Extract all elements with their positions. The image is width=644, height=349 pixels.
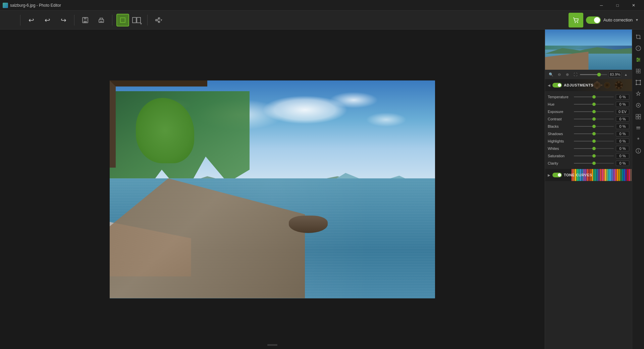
adjustments-section-header[interactable]: ◀ ADJUSTMENTS <box>545 79 632 91</box>
bottom-handle[interactable] <box>267 344 277 346</box>
share-button[interactable]: ▼ <box>152 13 165 27</box>
right-panel: 🔍 ⊖ ⊕ ⛶ 83.9% ▲ <box>545 30 632 349</box>
whites-label: Whites <box>548 147 572 151</box>
photo-canvas[interactable] <box>110 80 435 298</box>
svg-rect-58 <box>620 169 622 181</box>
saturation-label: Saturation <box>548 154 572 158</box>
blacks-value[interactable]: 0 % <box>616 124 629 129</box>
svg-rect-59 <box>622 169 623 181</box>
hue-value[interactable]: 0 % <box>616 102 629 107</box>
zoom-out-button[interactable]: ⊖ <box>556 71 562 78</box>
blacks-label: Blacks <box>548 124 572 128</box>
svg-rect-44 <box>597 169 598 181</box>
highlights-value[interactable]: 0 % <box>616 138 629 144</box>
hue-slider[interactable] <box>574 102 614 107</box>
ai-tool-button[interactable] <box>634 135 643 144</box>
tone-curves-title: TONE CURVES <box>564 173 592 177</box>
minimize-button[interactable]: ─ <box>594 0 609 11</box>
print-button[interactable] <box>95 13 108 27</box>
svg-rect-6 <box>132 17 136 23</box>
maximize-button[interactable]: □ <box>610 0 625 11</box>
temperature-slider[interactable] <box>574 95 614 99</box>
svg-point-91 <box>638 150 639 150</box>
svg-point-11 <box>575 22 576 23</box>
svg-rect-43 <box>595 169 596 181</box>
separator-4 <box>147 15 148 25</box>
adjust-tool-button[interactable] <box>634 55 643 64</box>
adjustments-toggle[interactable] <box>552 83 562 88</box>
shadows-row: Shadows 0 % <box>545 130 632 137</box>
svg-rect-46 <box>600 169 601 181</box>
tone-curves-toggle[interactable] <box>552 173 562 177</box>
svg-rect-47 <box>602 169 603 181</box>
svg-rect-74 <box>639 71 640 73</box>
temperature-row: Temperature 0 % <box>545 93 632 101</box>
svg-rect-4 <box>100 21 103 22</box>
temperature-value[interactable]: 0 % <box>616 94 629 100</box>
hue-row: Hue 0 % <box>545 101 632 108</box>
zoom-collapse-button[interactable]: ▲ <box>623 71 629 78</box>
shadows-label: Shadows <box>548 132 572 136</box>
color-tool-button[interactable] <box>634 44 643 53</box>
saturation-value[interactable]: 0 % <box>616 153 629 159</box>
zoom-1to1-button[interactable]: ⊕ <box>564 71 571 78</box>
svg-rect-85 <box>639 117 641 119</box>
svg-rect-88 <box>636 129 640 129</box>
svg-rect-75 <box>636 80 640 84</box>
saturation-slider[interactable] <box>574 154 614 158</box>
single-view-button[interactable] <box>116 14 129 26</box>
effects-tool-button[interactable] <box>634 89 643 99</box>
auto-correction-toggle[interactable] <box>586 16 601 24</box>
svg-point-12 <box>577 22 578 23</box>
hue-label: Hue <box>548 102 572 106</box>
undo2-button[interactable]: ↩ <box>41 13 54 27</box>
clarity-row: Clarity 0 % <box>545 160 632 167</box>
zoom-fill-button[interactable]: ⛶ <box>572 71 579 78</box>
menu-button[interactable] <box>5 15 16 25</box>
clarity-value[interactable]: 0 % <box>616 161 629 166</box>
close-button[interactable]: ✕ <box>626 0 641 11</box>
whites-slider[interactable] <box>574 146 614 151</box>
cart-button[interactable] <box>569 13 583 27</box>
thumbnail-image <box>545 30 632 70</box>
transform-tool-button[interactable] <box>634 78 643 87</box>
tone-curves-section-header[interactable]: ▶ TONE CURVES <box>545 169 632 181</box>
blacks-slider[interactable] <box>574 124 614 129</box>
contrast-row: Contrast 0 % <box>545 115 632 123</box>
svg-rect-54 <box>613 169 615 181</box>
layers-tool-button[interactable] <box>634 123 643 133</box>
save-button[interactable] <box>78 13 92 27</box>
contrast-value[interactable]: 0 % <box>616 116 629 122</box>
exposure-value[interactable]: 0 EV <box>616 109 629 114</box>
svg-rect-50 <box>607 169 608 181</box>
separator-1 <box>20 15 20 25</box>
main-toolbar: ↩ ↩ ↪ ▼ ▼ Auto correction ▼ <box>0 11 644 30</box>
whites-value[interactable]: 0 % <box>616 146 629 151</box>
svg-rect-71 <box>636 69 638 71</box>
highlights-slider[interactable] <box>574 139 614 143</box>
auto-correction-chevron[interactable]: ▼ <box>635 18 639 22</box>
svg-point-76 <box>636 80 637 81</box>
exposure-slider[interactable] <box>574 109 614 114</box>
spot-tool-button[interactable] <box>634 101 643 110</box>
zoom-slider[interactable] <box>580 74 607 75</box>
undo-button[interactable]: ↩ <box>24 13 38 27</box>
crop-tool-button[interactable] <box>634 32 643 42</box>
exposure-label: Exposure <box>548 110 572 114</box>
separator-2 <box>74 15 74 25</box>
info-button[interactable] <box>634 146 643 156</box>
svg-rect-73 <box>639 69 640 71</box>
clarity-slider[interactable] <box>574 161 614 166</box>
svg-point-79 <box>640 84 641 85</box>
contrast-slider[interactable] <box>574 117 614 121</box>
svg-rect-1 <box>84 17 87 19</box>
grid-tool-button[interactable] <box>634 112 643 121</box>
svg-point-14 <box>595 83 599 87</box>
shadows-value[interactable]: 0 % <box>616 131 629 136</box>
select-tool-button[interactable] <box>634 66 643 76</box>
shadows-slider[interactable] <box>574 131 614 136</box>
split-view-button[interactable]: ▼ <box>130 13 143 27</box>
redo-button[interactable]: ↪ <box>57 13 70 27</box>
svg-rect-57 <box>619 169 620 181</box>
zoom-fit-button[interactable]: 🔍 <box>548 71 554 78</box>
